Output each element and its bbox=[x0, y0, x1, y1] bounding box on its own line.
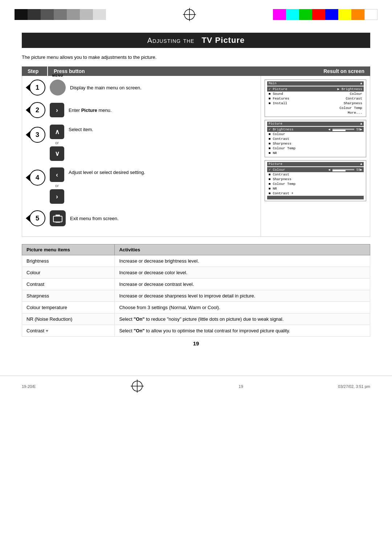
screen-2-row-brightness: ✓ Brightness ◀59▶ bbox=[267, 127, 364, 132]
table-activity-cell: Increase or decrease contrast level. bbox=[115, 279, 370, 290]
table-activity-cell: Select "On" to allow you to optimise the… bbox=[115, 325, 370, 337]
table-item-cell: Sharpness bbox=[22, 290, 115, 302]
table-activity-cell: Increase or decrease sharpness level to … bbox=[115, 290, 370, 302]
color-block-r2 bbox=[286, 9, 299, 20]
footer-left: 19-20/E bbox=[22, 384, 36, 389]
table-activity-cell: Increase or decrease color level. bbox=[115, 267, 370, 279]
screen-2-row-nr: ■ NR bbox=[267, 151, 364, 155]
title-prefix: Adjusting the bbox=[147, 36, 195, 44]
screen-1-row-2: ■ Sound Colour bbox=[267, 92, 364, 96]
table-row: ContrastIncrease or decrease contrast le… bbox=[22, 279, 370, 290]
left-color-strip bbox=[15, 9, 106, 20]
screen-3-row-contrast: ■ Contrast bbox=[267, 172, 364, 177]
column-headers: Step Press button Result on screen bbox=[22, 66, 370, 76]
subtitle-text: The picture menu allows you to make adju… bbox=[22, 54, 370, 60]
steps-section: 1 MENU Display the main menu on screen. … bbox=[22, 76, 261, 236]
screen-1: Main ▲ ✓ Picture ▶ Brightness ■ Sound Co… bbox=[265, 80, 366, 117]
color-block-r5 bbox=[325, 9, 338, 20]
menu-button[interactable]: MENU bbox=[50, 80, 66, 96]
color-block-r8 bbox=[364, 9, 377, 20]
screen-3-row-sharpness: ■ Sharpness bbox=[267, 177, 364, 182]
screen-2-row-sharpness: ■ Sharpness bbox=[267, 141, 364, 146]
screen-1-row-6: More... bbox=[267, 110, 364, 115]
table-item-cell: Contrast bbox=[22, 279, 115, 290]
or-label-2: or bbox=[55, 183, 59, 188]
screen-1-row-1: ✓ Picture ▶ Brightness bbox=[267, 86, 364, 92]
table-item-cell: Colour bbox=[22, 267, 115, 279]
table-header-row: Picture menu items Activities bbox=[22, 244, 370, 255]
color-block-r3 bbox=[299, 9, 312, 20]
down-button[interactable]: ∨ bbox=[50, 146, 64, 161]
right-color-strip bbox=[273, 9, 377, 20]
table-row: Colour temperatureChoose from 3 settings… bbox=[22, 302, 370, 313]
right-button-2[interactable]: › bbox=[50, 189, 64, 204]
footer-center: 19 bbox=[239, 384, 243, 389]
picture-menu-table: Picture menu items Activities Brightness… bbox=[22, 244, 370, 337]
header-press: Press button bbox=[48, 66, 261, 76]
screen-3-title: Picture ▲ bbox=[267, 162, 364, 166]
svg-rect-3 bbox=[53, 216, 62, 222]
or-label: or bbox=[55, 141, 59, 145]
step-2-description: Enter Picture menu. bbox=[69, 108, 253, 113]
step-3-number: 3 bbox=[29, 127, 45, 143]
step-1-number: 1 bbox=[29, 80, 45, 96]
crosshair-left bbox=[179, 8, 200, 21]
step-2-number: 2 bbox=[29, 102, 45, 118]
page-number: 19 bbox=[22, 340, 370, 347]
step-4-number: 4 bbox=[29, 170, 45, 186]
color-block-r7 bbox=[351, 9, 364, 20]
menu-label: MENU bbox=[52, 74, 64, 77]
screen-3: Picture ▲ ✓ Colour ◀59▶ ■ Contrast ■ Sha… bbox=[265, 160, 366, 201]
svg-rect-4 bbox=[56, 215, 60, 216]
page-title-bar: Adjusting the TV Picture bbox=[22, 33, 370, 48]
header-result: Result on screen bbox=[261, 66, 370, 76]
top-color-bars bbox=[0, 7, 392, 22]
color-block-1 bbox=[15, 9, 28, 20]
table-col1-header: Picture menu items bbox=[22, 244, 115, 255]
table-activity-cell: Select "On" to reduce "noisy" picture (l… bbox=[115, 313, 370, 325]
header-step: Step bbox=[22, 66, 47, 76]
screen-1-row-5: Colour Temp bbox=[267, 106, 364, 110]
step-3-buttons: ∧ or ∨ bbox=[50, 125, 64, 161]
screen-1-title-text: Main bbox=[269, 82, 277, 85]
table-body: BrightnessIncrease or decrease brightnes… bbox=[22, 255, 370, 337]
page-footer: 19-20/E 19 03/27/02, 3:51 pm bbox=[0, 376, 392, 397]
color-block-5 bbox=[67, 9, 80, 20]
screen-3-row-colour: ✓ Colour ◀59▶ bbox=[267, 167, 364, 172]
step-4-buttons: ‹ or › bbox=[50, 167, 64, 204]
color-block-7 bbox=[93, 9, 106, 20]
screen-1-row-3: ■ Features Contrast bbox=[267, 96, 364, 101]
screen-2-title: Picture ▲ bbox=[267, 122, 364, 126]
step-5-description: Exit menu from screen. bbox=[70, 216, 253, 221]
table-row: NR (Noise Reduction)Select "On" to reduc… bbox=[22, 313, 370, 325]
left-button[interactable]: ‹ bbox=[50, 167, 64, 182]
up-button[interactable]: ∧ bbox=[50, 125, 64, 139]
table-activity-cell: Increase or decrease brightness level. bbox=[115, 255, 370, 267]
table-row: BrightnessIncrease or decrease brightnes… bbox=[22, 255, 370, 267]
table-col2-header: Activities bbox=[115, 244, 370, 255]
step-5-row: 5 Exit menu from screen. bbox=[29, 210, 253, 226]
step-5-number: 5 bbox=[29, 210, 45, 226]
color-block-2 bbox=[28, 9, 41, 20]
footer-crosshair bbox=[131, 380, 144, 393]
instruction-area: 1 MENU Display the main menu on screen. … bbox=[22, 76, 370, 237]
screen-2: Picture ▲ ✓ Brightness ◀59▶ ■ Colour ■ C… bbox=[265, 120, 366, 157]
color-block-r1 bbox=[273, 9, 286, 20]
color-block-r6 bbox=[338, 9, 351, 20]
step-1-row: 1 MENU Display the main menu on screen. bbox=[29, 80, 253, 96]
color-block-3 bbox=[41, 9, 54, 20]
table-item-cell: Brightness bbox=[22, 255, 115, 267]
step-4-row: 4 ‹ or › Adjust level or select desired … bbox=[29, 167, 253, 204]
color-block-6 bbox=[80, 9, 93, 20]
table-item-cell: Contrast + bbox=[22, 325, 115, 337]
result-screens: Main ▲ ✓ Picture ▶ Brightness ■ Sound Co… bbox=[261, 76, 370, 236]
table-row: SharpnessIncrease or decrease sharpness … bbox=[22, 290, 370, 302]
tv-button[interactable] bbox=[50, 210, 66, 226]
color-block-r4 bbox=[312, 9, 325, 20]
right-arrow-button[interactable]: › bbox=[50, 103, 64, 117]
screen-3-row-nr: ■ NR bbox=[267, 186, 364, 191]
screen-1-row-4: ■ Install Sharpness bbox=[267, 101, 364, 106]
table-item-cell: NR (Noise Reduction) bbox=[22, 313, 115, 325]
title-main: TV Picture bbox=[201, 36, 245, 45]
screen-3-row-contrast-plus: ■ Contrast + bbox=[267, 191, 364, 196]
